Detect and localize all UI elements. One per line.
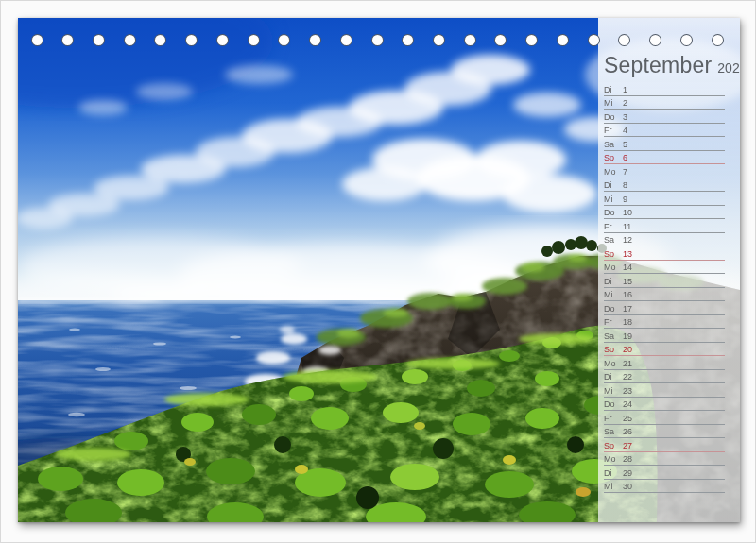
binding-hole — [124, 34, 136, 46]
binding-hole — [680, 34, 693, 46]
day-number: 5 — [623, 140, 627, 149]
day-number: 2 — [623, 98, 627, 108]
binding-hole — [248, 34, 260, 46]
weekday-label: So — [604, 441, 620, 450]
weekday-label: Mo — [604, 167, 620, 177]
day-row: Mo 7 — [604, 164, 725, 178]
day-row: So 27 — [604, 438, 725, 452]
weekday-label: Do — [604, 112, 620, 122]
weekday-label: Mo — [604, 263, 620, 272]
day-number: 17 — [623, 304, 632, 314]
binding-hole — [371, 34, 384, 46]
day-number: 7 — [623, 167, 627, 177]
day-number: 11 — [623, 222, 631, 231]
binding-hole — [278, 34, 290, 46]
binding-hole — [309, 34, 321, 46]
day-rows: Di 1 Mi 2 Do 3 Fr 4 Sa 5 So 6 Mo 7 Di 8 … — [604, 82, 725, 493]
day-row: Fr 11 — [604, 219, 725, 233]
weekday-label: Mo — [604, 454, 620, 464]
weekday-label: Mi — [604, 386, 620, 396]
day-number: 4 — [623, 126, 627, 135]
binding-hole — [185, 34, 198, 46]
day-row: Do 3 — [604, 110, 725, 124]
day-number: 8 — [623, 180, 627, 190]
day-row: Di 15 — [604, 274, 725, 288]
weekday-label: Mi — [604, 482, 620, 491]
day-row: Fr 18 — [604, 315, 725, 330]
weekday-label: Mi — [604, 290, 620, 299]
day-row: Sa 19 — [604, 329, 725, 343]
weekday-label: Di — [604, 277, 620, 286]
binding-hole — [557, 34, 569, 46]
weekday-label: Do — [604, 399, 620, 409]
day-number: 25 — [623, 414, 632, 423]
calendar-page: September2026 Di 1 Mi 2 Do 3 Fr 4 Sa 5 S… — [0, 0, 756, 543]
day-row: Mo 14 — [604, 261, 725, 275]
day-row: Fr 4 — [604, 124, 725, 138]
day-row: Do 17 — [604, 301, 725, 315]
day-row: Mo 28 — [604, 452, 725, 467]
binding-hole — [712, 34, 724, 46]
binding-hole — [154, 34, 166, 46]
day-row: Sa 26 — [604, 425, 725, 439]
weekday-label: Mi — [604, 98, 620, 108]
day-row: Di 8 — [604, 178, 725, 193]
binding-hole — [340, 34, 352, 46]
day-number: 19 — [623, 331, 632, 341]
day-number: 20 — [623, 345, 632, 354]
binding-hole — [525, 34, 538, 46]
day-number: 30 — [623, 482, 632, 491]
weekday-label: Sa — [604, 235, 620, 245]
weekday-label: Sa — [604, 331, 620, 341]
weekday-label: Sa — [604, 140, 620, 149]
notes-panel: September2026 Di 1 Mi 2 Do 3 Fr 4 Sa 5 S… — [598, 18, 740, 522]
day-number: 15 — [623, 277, 632, 286]
day-row: Fr 25 — [604, 411, 725, 425]
binding-holes-row — [18, 18, 740, 63]
weekday-label: Do — [604, 208, 620, 217]
coastal-photo: September2026 Di 1 Mi 2 Do 3 Fr 4 Sa 5 S… — [18, 18, 740, 522]
day-number: 6 — [623, 153, 627, 162]
day-row: Mo 21 — [604, 356, 725, 370]
day-row: Mi 23 — [604, 383, 725, 398]
day-number: 22 — [623, 372, 632, 382]
weekday-label: Mo — [604, 359, 620, 368]
day-number: 3 — [623, 112, 627, 122]
day-number: 26 — [623, 427, 632, 436]
day-number: 14 — [623, 263, 632, 272]
binding-hole — [618, 34, 630, 46]
day-number: 10 — [623, 208, 632, 217]
binding-hole — [402, 34, 414, 46]
binding-hole — [588, 34, 600, 46]
binding-hole — [494, 34, 507, 46]
day-row: Mi 30 — [604, 480, 725, 494]
day-row: Di 22 — [604, 370, 725, 384]
day-row: Do 24 — [604, 398, 725, 412]
binding-hole — [31, 34, 43, 46]
day-row: Sa 12 — [604, 233, 725, 247]
day-row: Mi 16 — [604, 288, 725, 302]
day-number: 29 — [623, 468, 632, 478]
binding-hole — [433, 34, 445, 46]
weekday-label: Mi — [604, 195, 620, 204]
binding-hole — [93, 34, 105, 46]
day-number: 21 — [623, 359, 632, 368]
day-row: Mi 9 — [604, 192, 725, 206]
day-number: 18 — [623, 317, 632, 327]
weekday-label: Fr — [604, 222, 620, 231]
weekday-label: Fr — [604, 414, 620, 423]
weekday-label: Fr — [604, 126, 620, 135]
day-row: So 13 — [604, 246, 725, 261]
day-row: Di 1 — [604, 82, 725, 96]
day-number: 24 — [623, 399, 632, 409]
day-number: 1 — [623, 85, 627, 94]
weekday-label: Sa — [604, 427, 620, 436]
day-number: 9 — [623, 195, 627, 204]
binding-hole — [61, 34, 74, 46]
day-row: Mi 2 — [604, 96, 725, 110]
binding-hole — [649, 34, 662, 46]
binding-hole — [216, 34, 229, 46]
weekday-label: So — [604, 153, 620, 162]
weekday-label: Di — [604, 468, 620, 478]
weekday-label: Di — [604, 85, 620, 94]
